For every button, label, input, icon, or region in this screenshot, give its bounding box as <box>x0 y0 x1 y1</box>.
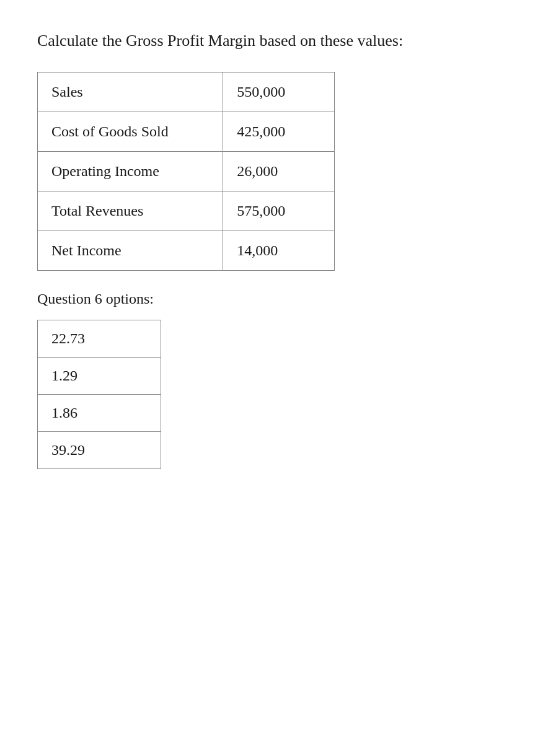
table-row: Total Revenues575,000 <box>38 191 335 231</box>
table-row: Operating Income26,000 <box>38 152 335 191</box>
table-row: Sales550,000 <box>38 73 335 112</box>
table-row: Net Income14,000 <box>38 231 335 271</box>
row-value: 14,000 <box>223 231 335 271</box>
option-value[interactable]: 1.86 <box>38 395 161 432</box>
option-value[interactable]: 1.29 <box>38 358 161 395</box>
row-label: Cost of Goods Sold <box>38 112 223 152</box>
data-table: Sales550,000Cost of Goods Sold425,000Ope… <box>37 72 335 271</box>
row-label: Total Revenues <box>38 191 223 231</box>
options-table: 22.731.291.8639.29 <box>37 320 161 469</box>
row-label: Net Income <box>38 231 223 271</box>
row-label: Sales <box>38 73 223 112</box>
options-label: Question 6 options: <box>37 291 511 307</box>
option-value[interactable]: 22.73 <box>38 320 161 358</box>
row-value: 575,000 <box>223 191 335 231</box>
option-value[interactable]: 39.29 <box>38 432 161 469</box>
row-value: 550,000 <box>223 73 335 112</box>
row-label: Operating Income <box>38 152 223 191</box>
option-row[interactable]: 39.29 <box>38 432 161 469</box>
option-row[interactable]: 22.73 <box>38 320 161 358</box>
option-row[interactable]: 1.29 <box>38 358 161 395</box>
question-text: Calculate the Gross Profit Margin based … <box>37 30 511 52</box>
option-row[interactable]: 1.86 <box>38 395 161 432</box>
row-value: 425,000 <box>223 112 335 152</box>
table-row: Cost of Goods Sold425,000 <box>38 112 335 152</box>
row-value: 26,000 <box>223 152 335 191</box>
